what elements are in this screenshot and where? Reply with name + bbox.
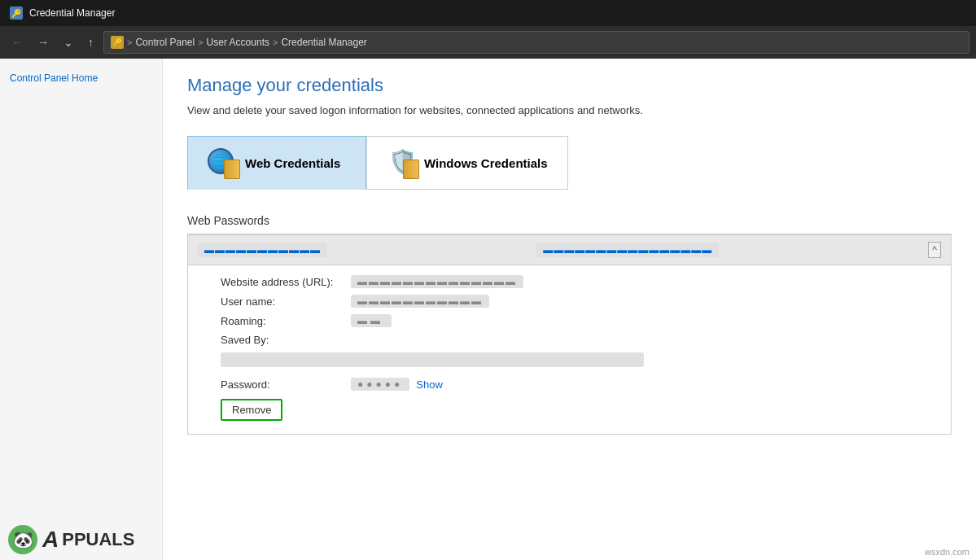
password-label: Password: — [221, 378, 351, 391]
username-field: User name: ▬▬▬▬▬▬▬▬▬▬▬ — [221, 295, 934, 308]
title-bar-text: Credential Manager — [29, 7, 115, 19]
website-value-blurred: ▬▬▬▬▬▬▬▬▬▬▬▬▬▬ — [351, 275, 523, 288]
password-dots: ●●●●● — [351, 378, 409, 391]
forward-button[interactable]: → — [33, 33, 54, 52]
logo-icon: 🐼 — [8, 525, 37, 554]
windows-credentials-label: Windows Credentials — [424, 156, 548, 170]
content-area: Manage your credentials View and delete … — [163, 59, 976, 560]
dropdown-button[interactable]: ⌄ — [59, 33, 78, 52]
address-bar: ← → ⌄ ↑ 🔑 > Control Panel > User Account… — [0, 26, 976, 59]
username-value-blurred: ▬▬▬▬▬▬▬▬▬▬▬ — [351, 295, 489, 308]
logo-ppuals-text: PPUALS — [62, 529, 134, 550]
windows-credentials-icon: 🛡️ — [387, 148, 416, 177]
section-title: Web Passwords — [187, 214, 952, 227]
up-button[interactable]: ↑ — [83, 33, 98, 52]
path-user-accounts[interactable]: User Accounts — [207, 37, 269, 48]
website-label: Website address (URL): — [221, 276, 351, 288]
page-description: View and delete your saved logon informa… — [187, 104, 952, 116]
logo-a-letter: A — [42, 527, 59, 553]
web-credentials-label: Web Credentials — [245, 156, 340, 170]
sidebar: Control Panel Home — [0, 59, 163, 560]
app-icon: 🔑 — [10, 7, 23, 20]
entry-actions: Remove — [221, 399, 934, 421]
main-container: Control Panel Home Manage your credentia… — [0, 59, 976, 560]
page-title: Manage your credentials — [187, 75, 952, 96]
show-password-link[interactable]: Show — [416, 378, 443, 391]
web-passwords-section: Web Passwords ▬▬▬▬▬▬▬▬▬▬▬ ▬▬▬▬▬▬▬▬▬▬▬▬▬▬… — [187, 214, 952, 435]
watermark: wsxdn.com — [925, 547, 969, 557]
username-label: User name: — [221, 295, 351, 308]
path-control-panel[interactable]: Control Panel — [135, 37, 195, 48]
logo-area: 🐼 A PPUALS — [0, 519, 163, 560]
path-credential-manager[interactable]: Credential Manager — [281, 37, 366, 48]
entry-date-blurred: ▬▬▬▬▬▬▬▬▬▬▬▬▬▬▬▬ — [536, 243, 719, 257]
credential-tabs: 🌐 Web Credentials 🛡️ Windows Credentials — [187, 136, 952, 190]
web-credentials-tab[interactable]: 🌐 Web Credentials — [187, 136, 366, 190]
title-bar: 🔑 Credential Manager — [0, 0, 976, 26]
control-panel-home-link[interactable]: Control Panel Home — [10, 72, 98, 84]
address-path: 🔑 > Control Panel > User Accounts > Cred… — [103, 31, 969, 54]
book-icon — [224, 160, 240, 179]
savedby-field: Saved By: — [221, 334, 934, 346]
entry-url-blurred: ▬▬▬▬▬▬▬▬▬▬▬ — [198, 243, 327, 257]
savedby-value-blurred — [221, 352, 644, 367]
entry-body: Website address (URL): ▬▬▬▬▬▬▬▬▬▬▬▬▬▬ Us… — [188, 265, 951, 434]
savedby-label: Saved By: — [221, 334, 351, 346]
roaming-field: Roaming: ▬▬ — [221, 314, 934, 327]
remove-button[interactable]: Remove — [221, 399, 282, 421]
website-field: Website address (URL): ▬▬▬▬▬▬▬▬▬▬▬▬▬▬ — [221, 275, 934, 288]
entry-header[interactable]: ▬▬▬▬▬▬▬▬▬▬▬ ▬▬▬▬▬▬▬▬▬▬▬▬▬▬▬▬ ^ — [188, 235, 951, 265]
windows-credentials-tab[interactable]: 🛡️ Windows Credentials — [366, 136, 568, 190]
back-button[interactable]: ← — [7, 33, 28, 52]
roaming-label: Roaming: — [221, 315, 351, 327]
password-row: Password: ●●●●● Show — [221, 378, 934, 391]
web-credentials-icon: 🌐 — [208, 148, 237, 177]
roaming-value-blurred: ▬▬ — [351, 314, 392, 327]
password-entry: ▬▬▬▬▬▬▬▬▬▬▬ ▬▬▬▬▬▬▬▬▬▬▬▬▬▬▬▬ ^ Website a… — [187, 234, 952, 435]
win-book-icon — [403, 160, 419, 179]
entry-chevron-icon[interactable]: ^ — [928, 242, 941, 258]
path-icon: 🔑 — [111, 36, 124, 49]
